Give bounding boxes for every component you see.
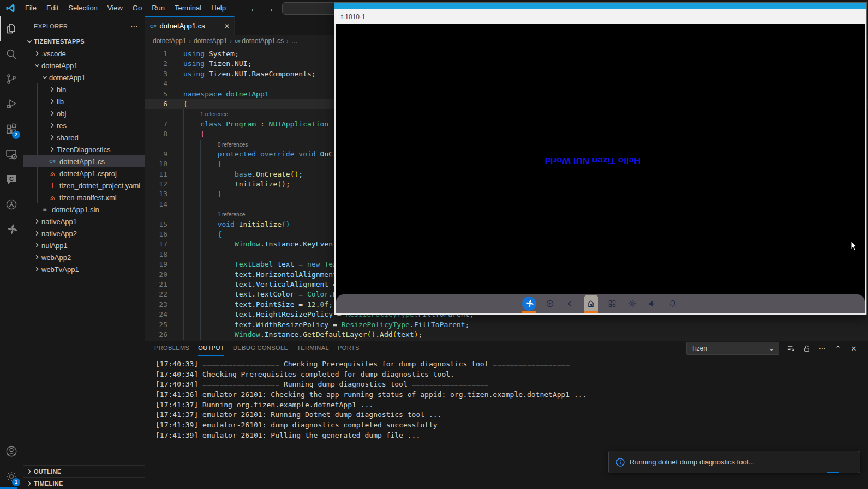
tree-item-dotnetapp1.csproj[interactable]: dotnetApp1.csproj: [23, 167, 145, 179]
tree-item-dotnetapp1[interactable]: dotnetApp1: [23, 59, 145, 71]
activitybar-remote-explorer[interactable]: [0, 142, 23, 167]
indent-guide: [200, 230, 217, 239]
tab-dotnetapp1-cs[interactable]: C# dotnetApp1.cs ✕: [145, 16, 235, 35]
indent-guide: [200, 250, 217, 259]
codelens-label: 1 reference: [200, 109, 228, 119]
tree-item-shared[interactable]: shared: [23, 131, 145, 143]
indent-guide: [183, 250, 200, 259]
panel-tab-terminal[interactable]: TERMINAL: [297, 341, 329, 355]
taskbar-home-button[interactable]: [584, 294, 598, 313]
menu-run[interactable]: Run: [147, 4, 170, 12]
tree-item-webapp2[interactable]: webApp2: [23, 251, 145, 263]
tree-item-tizen_dotnet_project.yaml[interactable]: !tizen_dotnet_project.yaml: [23, 179, 145, 191]
chevron-down-icon: [40, 73, 49, 82]
activitybar-accounts[interactable]: [0, 439, 23, 464]
menu-terminal[interactable]: Terminal: [170, 4, 206, 12]
activitybar-csharp[interactable]: C: [0, 167, 23, 192]
tree-item-.vscode[interactable]: .vscode: [23, 47, 145, 59]
section-outline[interactable]: OUTLINE: [23, 465, 145, 477]
activitybar-search[interactable]: [0, 41, 23, 67]
unlock-icon[interactable]: [802, 344, 811, 353]
taskbar-back-button[interactable]: [564, 294, 577, 313]
panel-header: PROBLEMSOUTPUTDEBUG CONSOLETERMINALPORTS…: [145, 341, 868, 355]
menu-go[interactable]: Go: [128, 4, 147, 12]
tree-item-label: obj: [57, 110, 66, 118]
output-line: [17:41:39] emulator-26101: dump diagnost…: [155, 420, 868, 431]
menu-file[interactable]: File: [20, 4, 41, 12]
notification-toast[interactable]: Running dotnet dump diagnostics tool...: [608, 451, 860, 473]
breadcrumb-item[interactable]: …: [291, 37, 298, 45]
maximize-panel-icon[interactable]: ⌃: [834, 344, 842, 353]
menu-help[interactable]: Help: [206, 4, 231, 12]
indent-guide: [183, 119, 200, 129]
tree-item-webtvapp1[interactable]: webTvApp1: [23, 263, 145, 275]
activitybar-tizen[interactable]: [0, 217, 23, 242]
activitybar-settings[interactable]: 1: [0, 464, 23, 489]
tree-item-nativeapp1[interactable]: nativeApp1: [23, 215, 145, 227]
code-line-26[interactable]: 26Window.Instance.GetDefaultLayer().Add(…: [145, 330, 868, 340]
tree-item-dotnetapp1.sln[interactable]: ≡dotnetApp1.sln: [23, 203, 145, 215]
activitybar-dotnet[interactable]: [0, 192, 23, 217]
tree-item-dotnetapp1.cs[interactable]: C#dotnetApp1.cs: [23, 155, 145, 167]
tree-item-dotnetapp1[interactable]: dotnetApp1: [23, 71, 145, 83]
taskbar-notifications-button[interactable]: [666, 294, 679, 313]
bell-icon: [668, 299, 678, 309]
taskbar-zoom-button[interactable]: [543, 294, 556, 313]
tree-item-tizentestapps[interactable]: TIZENTESTAPPS: [23, 35, 145, 47]
tree-item-tizendiagnostics[interactable]: TizenDiagnostics: [23, 143, 145, 155]
activitybar-run-and-debug[interactable]: [0, 92, 23, 117]
more-actions-icon[interactable]: ⋯: [130, 22, 138, 31]
panel-tab-output[interactable]: OUTPUT: [198, 341, 224, 356]
tree-item-res[interactable]: res: [23, 119, 145, 131]
indent-guide: [183, 170, 200, 179]
line-number: 11: [145, 170, 183, 179]
menu-view[interactable]: View: [103, 4, 128, 12]
indent-guide: [200, 179, 217, 189]
tizen-logo-icon: [522, 297, 536, 311]
panel-tab-ports[interactable]: PORTS: [338, 341, 360, 355]
more-actions-icon[interactable]: ⋯: [818, 344, 827, 353]
output-log[interactable]: [17:40:33] ================== Checking P…: [145, 355, 868, 441]
clear-output-icon[interactable]: [786, 344, 795, 353]
back-arrow-icon[interactable]: ←: [250, 4, 258, 13]
panel-tab-problems[interactable]: PROBLEMS: [154, 341, 189, 355]
breadcrumb-item[interactable]: dotnetApp1: [153, 37, 186, 45]
code-text: base.OnCreate();: [183, 170, 303, 179]
section-timeline[interactable]: TIMELINE: [23, 477, 145, 489]
activitybar-source-control[interactable]: [0, 67, 23, 92]
badge: 2: [12, 131, 20, 139]
menu-edit[interactable]: Edit: [41, 4, 63, 12]
taskbar-settings-button[interactable]: [626, 294, 639, 313]
notification-text: Running dotnet dump diagnostics tool...: [630, 458, 754, 466]
code-text: text.VerticalAlignment =: [183, 280, 337, 289]
csharp-file-icon: C#: [150, 23, 157, 29]
tree-item-lib[interactable]: lib: [23, 95, 145, 107]
code-line-25[interactable]: 25text.WidthResizePolicy = ResizePolicyT…: [145, 320, 868, 330]
taskbar-tizen-launcher-button[interactable]: [522, 294, 536, 313]
chevron-right-icon: [25, 467, 34, 476]
tree-item-bin[interactable]: bin: [23, 83, 145, 95]
close-panel-icon[interactable]: ✕: [849, 344, 858, 353]
chevron-right-icon: [33, 229, 41, 238]
close-tab-icon[interactable]: ✕: [224, 22, 230, 30]
breadcrumb-item[interactable]: dotnetApp1: [194, 37, 227, 45]
breadcrumb-item[interactable]: dotnetApp1.cs: [242, 37, 284, 45]
taskbar-volume-button[interactable]: [646, 294, 659, 313]
indent-guide: [200, 220, 217, 230]
forward-arrow-icon[interactable]: →: [266, 4, 274, 13]
menu-selection[interactable]: Selection: [63, 4, 102, 12]
tree-item-tizen-manifest.xml[interactable]: tizen-manifest.xml: [23, 191, 145, 203]
code-text: class Program : NUIApplication: [183, 119, 328, 129]
output-line: [17:40:34] Checking Prerequisites comple…: [155, 370, 868, 380]
activitybar-explorer[interactable]: [0, 16, 23, 41]
tree-item-nativeapp2[interactable]: nativeApp2: [23, 227, 145, 239]
panel-tab-debug-console[interactable]: DEBUG CONSOLE: [233, 341, 288, 355]
code-text: void Initialize(): [183, 220, 290, 230]
output-channel-select[interactable]: Tizen ⌄: [686, 342, 779, 355]
taskbar-apps-button[interactable]: [606, 294, 619, 313]
tree-item-obj[interactable]: obj: [23, 107, 145, 119]
tree-item-nuiapp1[interactable]: nuiApp1: [23, 239, 145, 251]
emulator-titlebar[interactable]: t-1010-1: [334, 9, 866, 24]
emulator-screen[interactable]: Hello Tizen NUI World: [336, 24, 865, 313]
activitybar-extensions[interactable]: 2: [0, 117, 23, 142]
